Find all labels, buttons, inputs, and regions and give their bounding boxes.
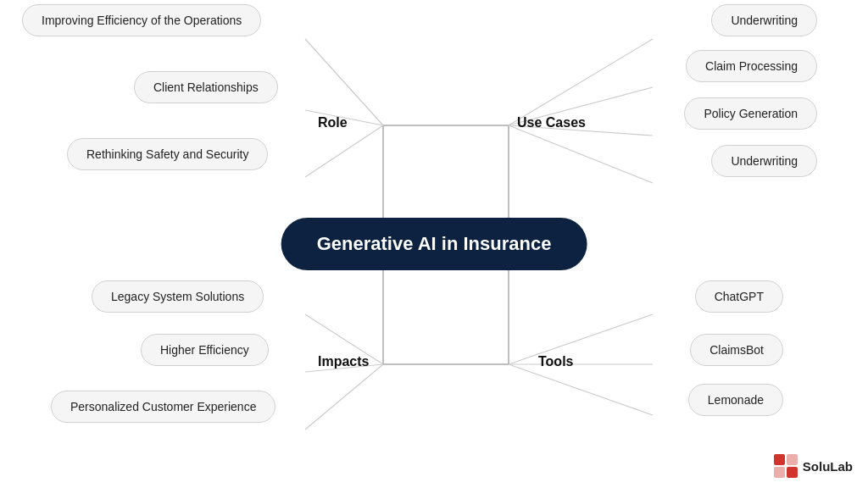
pill-lemonade: Lemonade xyxy=(688,384,783,416)
pill-claim-processing: Claim Processing xyxy=(686,50,817,82)
pill-underwriting-2: Underwriting xyxy=(711,145,817,177)
pill-claimsbot: ClaimsBot xyxy=(690,334,783,366)
solulab-icon xyxy=(774,454,798,478)
svg-line-12 xyxy=(509,39,653,125)
pill-client-relationships: Client Relationships xyxy=(134,71,278,103)
svg-line-15 xyxy=(509,125,653,183)
svg-rect-19 xyxy=(774,454,785,465)
svg-rect-21 xyxy=(774,467,785,478)
svg-line-6 xyxy=(305,39,383,125)
svg-line-8 xyxy=(305,125,383,177)
logo: SoluLab xyxy=(774,454,853,478)
branch-label-impacts: Impacts xyxy=(318,354,369,369)
mind-map: Generative AI in Insurance Role Use Case… xyxy=(0,0,868,488)
svg-line-16 xyxy=(509,314,653,364)
svg-line-11 xyxy=(305,364,383,430)
branch-label-use-cases: Use Cases xyxy=(517,115,586,130)
svg-line-18 xyxy=(509,364,653,415)
pill-rethinking-safety: Rethinking Safety and Security xyxy=(67,138,268,170)
branch-label-role: Role xyxy=(318,115,348,130)
pill-underwriting-1: Underwriting xyxy=(711,4,817,36)
pill-personalized-customer: Personalized Customer Experience xyxy=(51,391,275,423)
svg-rect-22 xyxy=(787,467,798,478)
pill-legacy-system: Legacy System Solutions xyxy=(92,280,264,313)
svg-rect-20 xyxy=(787,454,798,465)
logo-text: SoluLab xyxy=(803,459,853,474)
center-node: Generative AI in Insurance xyxy=(281,218,587,270)
pill-policy-generation: Policy Generation xyxy=(684,97,817,130)
branch-label-tools: Tools xyxy=(538,354,573,369)
pill-improving-efficiency: Improving Efficiency of the Operations xyxy=(22,4,261,36)
pill-chatgpt: ChatGPT xyxy=(695,280,783,313)
pill-higher-efficiency: Higher Efficiency xyxy=(141,334,269,366)
